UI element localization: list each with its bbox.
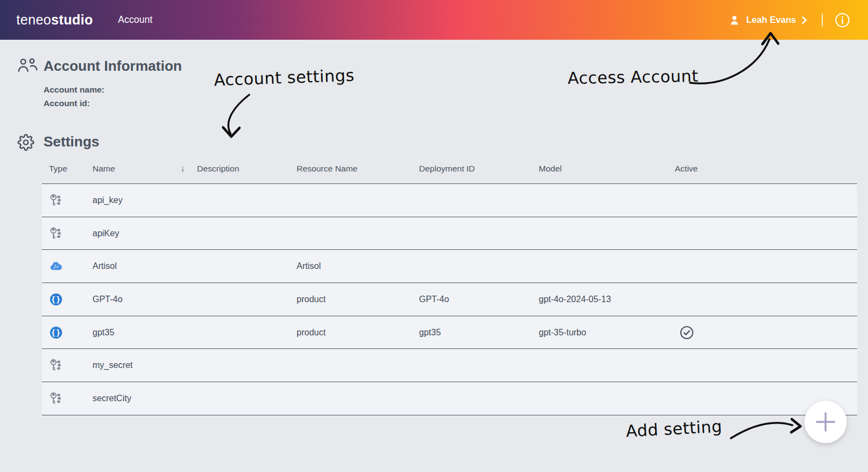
logo-bold: studio (51, 12, 93, 27)
logo-light: teneo (16, 12, 51, 27)
key-icon (49, 193, 63, 207)
cloud-ai-icon (49, 259, 63, 273)
cell-type (42, 391, 93, 406)
cell-name: api_key (93, 195, 197, 205)
page-title: Account (118, 14, 152, 26)
cell-name: gpt35 (93, 328, 197, 338)
cell-active (675, 259, 857, 274)
table-row[interactable]: GPT-4o product GPT-4o gpt-4o-2024-05-13 (42, 283, 857, 316)
cell-type (42, 193, 93, 207)
sort-descending-icon[interactable]: ↓ (181, 163, 186, 174)
column-header-type[interactable]: Type (42, 163, 93, 174)
cell-type (42, 259, 93, 273)
account-information-title: Account Information (44, 58, 182, 75)
gear-icon (17, 134, 34, 151)
cell-deployment-id: GPT-4o (419, 295, 539, 304)
plus-icon (815, 411, 836, 433)
check-circle-icon (679, 325, 694, 340)
column-header-name[interactable]: Name ↓ (93, 163, 197, 174)
key-icon (49, 358, 63, 372)
cell-resource-name: product (297, 328, 419, 338)
annotation-access-account: Access Account (568, 66, 699, 88)
cell-name: apiKey (93, 229, 197, 238)
cell-active (675, 193, 857, 208)
settings-table-body: api_key apiKey (42, 183, 857, 415)
table-row[interactable]: Artisol Artisol (42, 250, 857, 283)
cell-type (42, 358, 93, 372)
account-name-label: Account name: (44, 85, 104, 95)
column-header-resource-name[interactable]: Resource Name (297, 163, 419, 174)
cell-type (42, 326, 93, 340)
cell-model: gpt-4o-2024-05-13 (539, 295, 675, 304)
cell-name: GPT-4o (93, 295, 197, 304)
add-setting-button[interactable] (804, 401, 847, 443)
key-icon (49, 226, 63, 241)
column-header-active[interactable]: Active (675, 163, 857, 174)
cell-model: gpt-35-turbo (539, 328, 675, 338)
cell-name: my_secret (93, 360, 197, 370)
braces-icon (49, 326, 63, 340)
arrow-to-settings (229, 95, 249, 134)
column-header-deployment-id[interactable]: Deployment ID (419, 163, 539, 174)
cell-type (42, 226, 93, 241)
annotation-add-setting: Add setting (625, 416, 723, 440)
arrow-to-add-button (731, 423, 792, 438)
cell-resource-name: Artisol (297, 261, 419, 271)
table-row[interactable]: apiKey (42, 217, 857, 250)
cell-name: secretCity (93, 394, 197, 403)
settings-table-header: Type Name ↓ Description Resource Name De… (42, 163, 857, 174)
cell-active (675, 325, 857, 340)
cell-active (675, 358, 857, 373)
cell-active (675, 292, 857, 307)
cell-name: Artisol (93, 261, 197, 271)
arrow-to-add-button-head (791, 419, 801, 432)
account-id-label: Account id: (44, 99, 90, 108)
people-icon (17, 57, 39, 74)
top-bar: teneostudio Account Leah Evans (0, 0, 868, 40)
cell-resource-name: product (297, 295, 419, 304)
table-row[interactable]: secretCity (42, 382, 857, 415)
topbar-divider (822, 14, 823, 27)
table-row[interactable]: api_key (42, 184, 857, 217)
arrow-to-settings-head (223, 127, 239, 137)
app-logo: teneostudio (16, 12, 93, 28)
cell-deployment-id: gpt35 (419, 328, 539, 338)
account-page: teneostudio Account Leah Evans Account I… (0, 0, 868, 472)
user-icon (729, 14, 740, 26)
cell-active (675, 226, 857, 241)
info-icon[interactable] (835, 13, 850, 28)
table-row[interactable]: gpt35 product gpt35 gpt-35-turbo (42, 316, 857, 350)
column-header-description[interactable]: Description (197, 163, 297, 174)
settings-title: Settings (44, 133, 100, 150)
cell-type (42, 292, 93, 307)
key-icon (49, 391, 63, 406)
table-row[interactable]: my_secret (42, 349, 857, 382)
chevron-right-icon (801, 16, 808, 24)
annotation-account-settings: Account settings (213, 66, 354, 90)
column-header-model[interactable]: Model (539, 163, 675, 174)
user-name: Leah Evans (746, 15, 796, 25)
user-menu[interactable]: Leah Evans (729, 0, 850, 40)
braces-icon (49, 292, 63, 307)
arrow-to-user-menu (690, 39, 769, 83)
